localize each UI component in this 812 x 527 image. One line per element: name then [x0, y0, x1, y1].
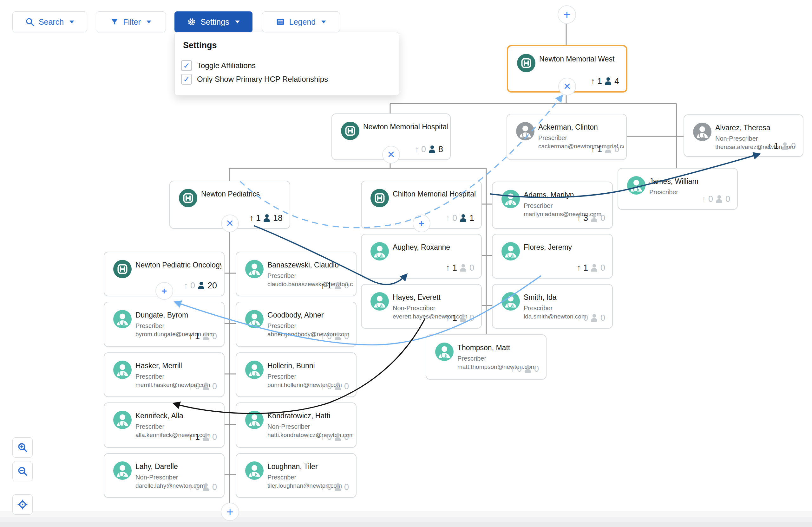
filter-button-label: Filter [123, 17, 141, 27]
hcp-node-card[interactable]: Kondratowicz, Hatti Non-Prescriber hatti… [236, 403, 357, 448]
settings-button[interactable]: Settings [174, 11, 252, 32]
legend-button[interactable]: Legend [262, 11, 340, 32]
people-count: 0 [725, 194, 730, 204]
collapse-node-button[interactable]: ✕ [221, 214, 239, 232]
person-icon [715, 195, 723, 203]
people-count: 0 [212, 482, 217, 492]
upward-count: 1 [327, 281, 332, 290]
toggle-affiliations-option[interactable]: ✓ Toggle Affiliations [181, 60, 256, 71]
filter-button[interactable]: Filter [96, 11, 166, 32]
zoom-in-button[interactable] [12, 437, 33, 457]
upward-arrow-icon: ↑ [415, 145, 419, 154]
avatar [113, 361, 132, 379]
people-count: 0 [344, 281, 349, 290]
people-count: 0 [344, 331, 349, 341]
upward-arrow-icon: ↑ [446, 314, 450, 322]
doctor-icon [113, 310, 132, 328]
hcp-node-card[interactable]: Dungate, Byrom Prescriber byrom.dungate@… [104, 302, 224, 347]
node-stats: ↑ 0 8 [415, 145, 443, 154]
person-icon [334, 433, 342, 441]
person-icon [428, 146, 436, 153]
upward-arrow-icon: ↑ [188, 483, 193, 492]
node-role: Prescriber [267, 373, 353, 380]
node-name: Newton Memorial Hospital g... [363, 122, 448, 132]
hco-node-card[interactable]: Newton Memorial Hospital g... ↑ 0 8 ✕ [332, 114, 451, 160]
collapse-node-button[interactable]: ✕ [382, 146, 400, 164]
hcp-node-card[interactable]: Hayes, Everett Non-Prescriber everett.ha… [361, 284, 482, 329]
doctor-icon [435, 343, 453, 361]
hcp-node-card[interactable]: Hollerin, Bunni Prescriber bunni.holleri… [236, 352, 357, 397]
search-button[interactable]: Search [12, 11, 87, 32]
people-count: 0 [212, 381, 217, 391]
expand-node-button[interactable]: + [156, 282, 173, 300]
expand-more-button[interactable]: + [221, 502, 239, 521]
hcp-node-card[interactable]: Kennifeck, Alla Prescriber alla.kennifec… [104, 403, 224, 448]
upward-count: 1 [597, 145, 602, 154]
hcp-node-card[interactable]: Banaszewski, Claudio Prescriber claudio.… [236, 252, 357, 296]
hcp-node-card[interactable]: Alvarez, Theresa Non-Prescriber theresa.… [683, 115, 803, 157]
hcp-node-card[interactable]: Adams, Marilyn Prescriber marilyn.adams@… [492, 182, 613, 229]
primary-hcp-relationships-option[interactable]: ✓ Only Show Primary HCP Relationships [181, 74, 328, 85]
expand-node-button[interactable]: + [413, 214, 431, 232]
chevron-down-icon [321, 20, 327, 24]
avatar [245, 361, 264, 379]
hcp-node-card[interactable]: Loughnan, Tiler Prescriber tiler.loughna… [236, 453, 357, 498]
node-name: Thompson, Matt [458, 343, 543, 352]
node-role: Prescriber [524, 304, 610, 312]
upward-count: 1 [583, 263, 588, 273]
hcp-node-card[interactable]: Lahy, Darelle Non-Prescriber darelle.lah… [104, 453, 224, 498]
node-name: Ackerman, Clinton [538, 123, 624, 132]
hcp-node-card[interactable]: Hasker, Merrill Prescriber merrill.haske… [104, 352, 224, 397]
checkmark-icon: ✓ [183, 75, 190, 83]
people-count: 0 [614, 145, 619, 154]
hcp-node-card[interactable]: James, William Prescriber ↑ 0 0 [618, 168, 738, 210]
avatar [113, 310, 132, 328]
person-icon [202, 382, 210, 390]
org-chart-canvas[interactable]: Newton Memorial West ↑ 1 4 ✕ Newton Memo… [0, 0, 812, 527]
people-count: 0 [344, 432, 349, 442]
recenter-button[interactable] [12, 494, 33, 515]
collapse-node-button[interactable]: ✕ [558, 78, 576, 95]
doctor-icon [371, 292, 389, 311]
node-stats: ↑ 1 0 [767, 141, 796, 151]
upward-count: 0 [327, 432, 332, 442]
node-name: Goodbody, Abner [267, 311, 353, 320]
horizontal-scrollbar[interactable] [0, 511, 812, 527]
expand-parent-button[interactable]: + [557, 5, 576, 24]
node-role: Prescriber [458, 355, 543, 362]
hco-node-card[interactable]: Newton Memorial West ↑ 1 4 ✕ [507, 45, 627, 92]
node-role: Non-Prescriber [135, 473, 221, 481]
doctor-icon [502, 292, 520, 311]
toggle-affiliations-label: Toggle Affiliations [197, 61, 256, 70]
upward-count: 0 [195, 482, 200, 492]
node-role: Non-Prescriber [393, 304, 479, 312]
node-stats: ↑ 0 0 [320, 331, 349, 341]
hcp-node-card[interactable]: Thompson, Matt Prescriber matt.thompson@… [426, 334, 547, 380]
zoom-out-button[interactable] [12, 461, 33, 481]
hco-node-card[interactable]: Newton Pediatric Oncology ↑ 0 20 + [104, 252, 224, 296]
doctor-icon [502, 242, 520, 260]
avatar [371, 189, 389, 207]
hco-node-card[interactable]: Chilton Memorial Hospital ↑ 0 1 + [361, 181, 482, 229]
hcp-node-card[interactable]: Ackerman, Clinton Prescriber cackerman@n… [507, 114, 627, 160]
search-button-label: Search [39, 17, 64, 27]
upward-arrow-icon: ↑ [701, 195, 706, 204]
avatar [245, 462, 264, 480]
node-name: Flores, Jeremy [524, 243, 610, 252]
hco-node-card[interactable]: Newton Pediatrics ↑ 1 18 ✕ [169, 181, 290, 229]
hcp-node-card[interactable]: Aughey, Roxanne ↑ 1 0 [361, 234, 482, 278]
legend-icon [276, 17, 285, 27]
checkbox-checked[interactable]: ✓ [181, 60, 192, 71]
hcp-node-card[interactable]: Goodbody, Abner Prescriber abner.goodbod… [236, 302, 357, 347]
hcp-node-card[interactable]: Smith, Ida Prescriber ida.smith@newton.c… [492, 284, 613, 329]
upward-arrow-icon: ↑ [591, 145, 595, 154]
upward-arrow-icon: ↑ [320, 433, 325, 441]
hcp-node-card[interactable]: Flores, Jeremy ↑ 1 0 [492, 234, 613, 278]
node-role: Prescriber [135, 322, 221, 330]
upward-arrow-icon: ↑ [184, 282, 188, 290]
upward-arrow-icon: ↑ [320, 332, 325, 341]
node-name: Newton Pediatric Oncology [135, 260, 221, 270]
search-icon [25, 17, 34, 27]
upward-arrow-icon: ↑ [446, 214, 450, 223]
checkbox-checked[interactable]: ✓ [181, 74, 192, 85]
